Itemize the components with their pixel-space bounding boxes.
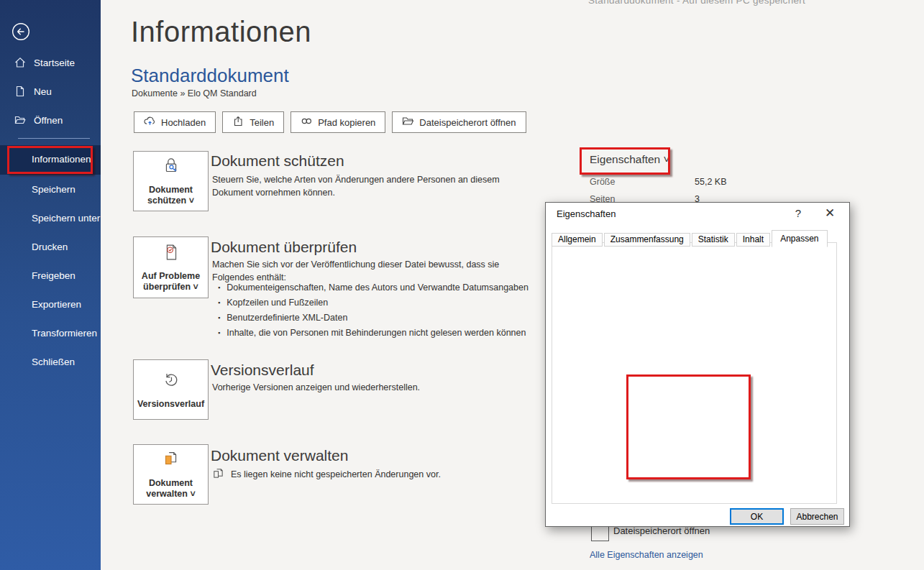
tab-statistik[interactable]: Statistik bbox=[692, 233, 735, 247]
section-heading: Dokument schützen bbox=[211, 152, 344, 170]
tab-inhalt[interactable]: Inhalt bbox=[736, 233, 770, 247]
document-toolbar: Hochladen Teilen Pfad kopieren Dateispei… bbox=[134, 111, 526, 133]
cloud-upload-icon bbox=[144, 115, 156, 129]
back-button[interactable] bbox=[11, 22, 31, 42]
dialog-tabs: Allgemein Zusammenfassung Statistik Inha… bbox=[552, 229, 829, 247]
section-description: Vorherige Versionen anzeigen und wiederh… bbox=[212, 381, 537, 394]
tab-zusammenfassung[interactable]: Zusammenfassung bbox=[604, 233, 690, 247]
properties-dialog: Eigenschaften ? ✕ Allgemein Zusammenfass… bbox=[545, 202, 850, 527]
backstage-sidebar: Startseite Neu Öffnen Informationen Spei… bbox=[0, 0, 101, 570]
inspect-bullet-2: ▪Kopfzeilen und Fußzeilen bbox=[218, 298, 538, 308]
share-icon bbox=[232, 115, 244, 129]
inspect-bullet-1: ▪Dokumenteigenschaften, Name des Autors … bbox=[218, 282, 538, 293]
tab-page-anpassen bbox=[552, 242, 837, 504]
bullet-icon: ▪ bbox=[218, 299, 220, 306]
show-all-properties-link[interactable]: Alle Eigenschaften anzeigen bbox=[590, 550, 703, 560]
help-icon[interactable]: ? bbox=[790, 207, 806, 221]
section-heading: Versionsverlauf bbox=[211, 362, 314, 379]
properties-dropdown[interactable]: Eigenschaften ˅ bbox=[590, 153, 670, 166]
page-title: Informationen bbox=[131, 16, 311, 48]
home-icon bbox=[14, 57, 26, 68]
open-file-location-button[interactable]: Dateispeicherort öffnen bbox=[392, 111, 526, 133]
manage-document-button[interactable]: Dokumentverwalten ˅ bbox=[133, 444, 209, 505]
section-description: Machen Sie sich vor der Veröffentlichung… bbox=[212, 258, 537, 284]
sidebar-item-startseite[interactable]: Startseite bbox=[0, 52, 101, 73]
size-value: 55,2 KB bbox=[695, 177, 726, 187]
sidebar-item-speichern[interactable]: Speichern bbox=[0, 178, 101, 200]
protect-document-button[interactable]: Dokumentschützen ˅ bbox=[133, 151, 209, 211]
sidebar-item-neu[interactable]: Neu bbox=[0, 81, 101, 102]
open-file-location-label: Dateispeicherort öffnen bbox=[613, 525, 710, 536]
sidebar-item-oeffnen[interactable]: Öffnen bbox=[0, 109, 101, 131]
sidebar-item-speichern-unter[interactable]: Speichern unter bbox=[0, 207, 101, 229]
word-backstage-info: Startseite Neu Öffnen Informationen Spei… bbox=[0, 0, 924, 570]
sidebar-item-informationen[interactable]: Informationen bbox=[0, 148, 101, 170]
copy-path-button[interactable]: Pfad kopieren bbox=[291, 111, 385, 133]
document-title: Standarddokument bbox=[131, 65, 289, 87]
share-button[interactable]: Teilen bbox=[222, 111, 284, 133]
manage-document-icon bbox=[160, 449, 182, 474]
section-heading: Dokument verwalten bbox=[211, 447, 348, 464]
lock-key-icon bbox=[160, 155, 182, 180]
tab-allgemein[interactable]: Allgemein bbox=[552, 233, 603, 247]
history-clock-icon bbox=[160, 369, 182, 395]
section-protect-document: Dokumentschützen ˅ Dokument schützen Ste… bbox=[133, 151, 554, 230]
inspect-bullet-4: ▪Inhalte, die von Personen mit Behinderu… bbox=[218, 328, 538, 338]
section-inspect-document: Auf Problemeüberprüfen ˅ Dokument überpr… bbox=[133, 236, 554, 344]
open-folder-icon bbox=[14, 114, 26, 126]
section-description: Steuern Sie, welche Arten von Änderungen… bbox=[212, 173, 537, 199]
sidebar-item-drucken[interactable]: Drucken bbox=[0, 236, 101, 257]
inspect-bullet-3: ▪Benutzerdefinierte XML-Daten bbox=[218, 313, 538, 323]
sidebar-divider bbox=[18, 138, 90, 139]
document-check-icon bbox=[160, 242, 182, 267]
bullet-icon: ▪ bbox=[218, 329, 220, 336]
folder-open-icon bbox=[402, 115, 414, 129]
section-manage-document: Dokumentverwalten ˅ Dokument verwalten E… bbox=[133, 444, 554, 516]
section-version-history: Versionsverlauf Versionsverlauf Vorherig… bbox=[133, 359, 554, 431]
version-history-button[interactable]: Versionsverlauf bbox=[133, 359, 209, 420]
document-status-text: Standarddokument - Auf diesem PC gespeic… bbox=[588, 0, 805, 6]
ok-button[interactable]: OK bbox=[730, 508, 784, 525]
close-icon[interactable]: ✕ bbox=[820, 206, 839, 221]
unsaved-changes-status: Es liegen keine nicht gespeicherten Ände… bbox=[212, 467, 441, 482]
sidebar-item-transformieren[interactable]: Transformieren bbox=[0, 322, 101, 344]
dialog-title: Eigenschaften bbox=[557, 208, 616, 219]
cancel-button[interactable]: Abbrechen bbox=[790, 508, 844, 525]
link-icon bbox=[301, 115, 313, 129]
back-arrow-icon bbox=[11, 32, 31, 44]
sidebar-item-exportieren[interactable]: Exportieren bbox=[0, 293, 101, 315]
bullet-icon: ▪ bbox=[218, 314, 220, 321]
section-heading: Dokument überprüfen bbox=[211, 239, 357, 256]
check-for-issues-button[interactable]: Auf Problemeüberprüfen ˅ bbox=[133, 236, 209, 298]
breadcrumb: Dokumente » Elo QM Standard bbox=[132, 88, 257, 98]
sidebar-item-schliessen[interactable]: Schließen bbox=[0, 351, 101, 372]
tab-anpassen[interactable]: Anpassen bbox=[772, 230, 827, 247]
upload-button[interactable]: Hochladen bbox=[134, 111, 216, 133]
sidebar-item-freigeben[interactable]: Freigeben bbox=[0, 265, 101, 286]
size-label: Größe bbox=[590, 177, 615, 187]
documents-icon bbox=[212, 467, 224, 482]
new-document-icon bbox=[14, 86, 26, 97]
bullet-icon: ▪ bbox=[218, 284, 220, 291]
